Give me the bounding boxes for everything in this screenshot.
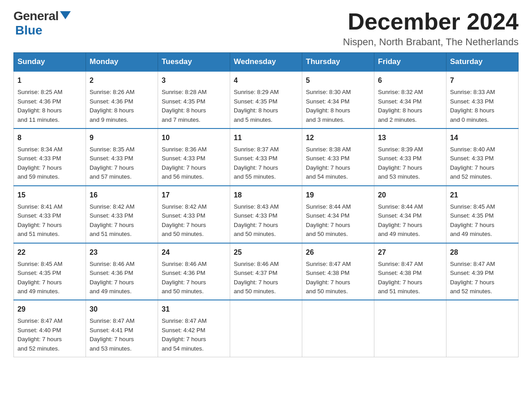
- calendar-cell: [302, 300, 374, 357]
- calendar-cell: 9 Sunrise: 8:35 AMSunset: 4:33 PMDayligh…: [86, 128, 158, 186]
- calendar-cell: 6 Sunrise: 8:32 AMSunset: 4:34 PMDayligh…: [374, 71, 446, 128]
- calendar-body: 1 Sunrise: 8:25 AMSunset: 4:36 PMDayligh…: [14, 71, 519, 357]
- calendar-cell: 14 Sunrise: 8:40 AMSunset: 4:33 PMDaylig…: [446, 128, 519, 186]
- day-number: 13: [378, 133, 442, 143]
- day-info: Sunrise: 8:46 AMSunset: 4:37 PMDaylight:…: [234, 261, 279, 295]
- logo-general-text: General: [13, 9, 59, 23]
- header: General Blue December 2024 Nispen, North…: [13, 9, 519, 48]
- calendar-header: SundayMondayTuesdayWednesdayThursdayFrid…: [14, 53, 519, 72]
- calendar-cell: 23 Sunrise: 8:46 AMSunset: 4:36 PMDaylig…: [86, 243, 158, 300]
- calendar: SundayMondayTuesdayWednesdayThursdayFrid…: [13, 52, 519, 357]
- day-number: 21: [450, 190, 515, 201]
- day-number: 12: [306, 133, 370, 143]
- calendar-cell: 25 Sunrise: 8:46 AMSunset: 4:37 PMDaylig…: [230, 243, 302, 300]
- day-info: Sunrise: 8:29 AMSunset: 4:35 PMDaylight:…: [234, 89, 279, 123]
- day-number: 23: [90, 247, 154, 258]
- day-number: 6: [378, 75, 442, 86]
- calendar-cell: 22 Sunrise: 8:45 AMSunset: 4:35 PMDaylig…: [14, 243, 86, 300]
- day-number: 11: [234, 133, 298, 143]
- day-info: Sunrise: 8:37 AMSunset: 4:33 PMDaylight:…: [234, 146, 279, 180]
- day-info: Sunrise: 8:47 AMSunset: 4:38 PMDaylight:…: [306, 261, 351, 295]
- day-number: 14: [450, 133, 515, 143]
- day-info: Sunrise: 8:47 AMSunset: 4:40 PMDaylight:…: [17, 317, 62, 351]
- calendar-cell: 11 Sunrise: 8:37 AMSunset: 4:33 PMDaylig…: [230, 128, 302, 186]
- day-info: Sunrise: 8:35 AMSunset: 4:33 PMDaylight:…: [90, 146, 134, 180]
- day-number: 26: [306, 247, 370, 258]
- day-info: Sunrise: 8:47 AMSunset: 4:39 PMDaylight:…: [450, 261, 495, 295]
- weekday-header-thursday: Thursday: [302, 53, 374, 72]
- day-number: 28: [450, 247, 515, 258]
- day-info: Sunrise: 8:32 AMSunset: 4:34 PMDaylight:…: [378, 89, 423, 123]
- calendar-week-4: 22 Sunrise: 8:45 AMSunset: 4:35 PMDaylig…: [14, 243, 519, 300]
- day-number: 17: [162, 190, 226, 201]
- calendar-cell: 13 Sunrise: 8:39 AMSunset: 4:33 PMDaylig…: [374, 128, 446, 186]
- subtitle: Nispen, North Brabant, The Netherlands: [343, 36, 519, 48]
- day-number: 2: [90, 75, 154, 86]
- day-info: Sunrise: 8:47 AMSunset: 4:42 PMDaylight:…: [162, 317, 206, 351]
- calendar-cell: 7 Sunrise: 8:33 AMSunset: 4:33 PMDayligh…: [446, 71, 519, 128]
- day-number: 4: [234, 75, 298, 86]
- page-title: December 2024: [343, 9, 519, 34]
- calendar-week-5: 29 Sunrise: 8:47 AMSunset: 4:40 PMDaylig…: [14, 300, 519, 357]
- logo: General Blue: [13, 9, 71, 38]
- logo-blue-text: Blue: [15, 23, 43, 38]
- calendar-cell: 15 Sunrise: 8:41 AMSunset: 4:33 PMDaylig…: [14, 186, 86, 243]
- calendar-cell: 31 Sunrise: 8:47 AMSunset: 4:42 PMDaylig…: [158, 300, 230, 357]
- calendar-cell: 26 Sunrise: 8:47 AMSunset: 4:38 PMDaylig…: [302, 243, 374, 300]
- day-info: Sunrise: 8:40 AMSunset: 4:33 PMDaylight:…: [450, 146, 495, 180]
- calendar-cell: 24 Sunrise: 8:46 AMSunset: 4:36 PMDaylig…: [158, 243, 230, 300]
- day-info: Sunrise: 8:45 AMSunset: 4:35 PMDaylight:…: [17, 261, 62, 295]
- weekday-header-sunday: Sunday: [14, 53, 86, 72]
- calendar-cell: 21 Sunrise: 8:45 AMSunset: 4:35 PMDaylig…: [446, 186, 519, 243]
- calendar-cell: 27 Sunrise: 8:47 AMSunset: 4:38 PMDaylig…: [374, 243, 446, 300]
- day-info: Sunrise: 8:25 AMSunset: 4:36 PMDaylight:…: [17, 89, 62, 123]
- day-number: 29: [17, 304, 82, 315]
- day-info: Sunrise: 8:33 AMSunset: 4:33 PMDaylight:…: [450, 89, 495, 123]
- day-info: Sunrise: 8:26 AMSunset: 4:36 PMDaylight:…: [90, 89, 134, 123]
- calendar-week-1: 1 Sunrise: 8:25 AMSunset: 4:36 PMDayligh…: [14, 71, 519, 128]
- day-info: Sunrise: 8:46 AMSunset: 4:36 PMDaylight:…: [162, 261, 206, 295]
- day-number: 22: [17, 247, 82, 258]
- day-number: 3: [162, 75, 226, 86]
- calendar-cell: [230, 300, 302, 357]
- day-info: Sunrise: 8:34 AMSunset: 4:33 PMDaylight:…: [17, 146, 62, 180]
- day-number: 24: [162, 247, 226, 258]
- calendar-cell: 28 Sunrise: 8:47 AMSunset: 4:39 PMDaylig…: [446, 243, 519, 300]
- calendar-cell: 16 Sunrise: 8:42 AMSunset: 4:33 PMDaylig…: [86, 186, 158, 243]
- day-number: 27: [378, 247, 442, 258]
- logo-triangle-icon: [60, 11, 71, 19]
- day-number: 31: [162, 304, 226, 315]
- day-info: Sunrise: 8:47 AMSunset: 4:38 PMDaylight:…: [378, 261, 423, 295]
- calendar-week-3: 15 Sunrise: 8:41 AMSunset: 4:33 PMDaylig…: [14, 186, 519, 243]
- calendar-cell: 1 Sunrise: 8:25 AMSunset: 4:36 PMDayligh…: [14, 71, 86, 128]
- calendar-cell: 8 Sunrise: 8:34 AMSunset: 4:33 PMDayligh…: [14, 128, 86, 186]
- day-info: Sunrise: 8:44 AMSunset: 4:34 PMDaylight:…: [378, 203, 423, 237]
- calendar-cell: 3 Sunrise: 8:28 AMSunset: 4:35 PMDayligh…: [158, 71, 230, 128]
- day-info: Sunrise: 8:42 AMSunset: 4:33 PMDaylight:…: [162, 203, 206, 237]
- calendar-week-2: 8 Sunrise: 8:34 AMSunset: 4:33 PMDayligh…: [14, 128, 519, 186]
- day-info: Sunrise: 8:38 AMSunset: 4:33 PMDaylight:…: [306, 146, 351, 180]
- day-number: 20: [378, 190, 442, 201]
- day-number: 10: [162, 133, 226, 143]
- day-info: Sunrise: 8:47 AMSunset: 4:41 PMDaylight:…: [90, 317, 134, 351]
- calendar-cell: 20 Sunrise: 8:44 AMSunset: 4:34 PMDaylig…: [374, 186, 446, 243]
- day-number: 15: [17, 190, 82, 201]
- calendar-cell: 5 Sunrise: 8:30 AMSunset: 4:34 PMDayligh…: [302, 71, 374, 128]
- calendar-cell: 4 Sunrise: 8:29 AMSunset: 4:35 PMDayligh…: [230, 71, 302, 128]
- day-info: Sunrise: 8:43 AMSunset: 4:33 PMDaylight:…: [234, 203, 279, 237]
- title-area: December 2024 Nispen, North Brabant, The…: [343, 9, 519, 48]
- day-info: Sunrise: 8:28 AMSunset: 4:35 PMDaylight:…: [162, 89, 206, 123]
- calendar-cell: 2 Sunrise: 8:26 AMSunset: 4:36 PMDayligh…: [86, 71, 158, 128]
- weekday-header-wednesday: Wednesday: [230, 53, 302, 72]
- calendar-cell: [374, 300, 446, 357]
- calendar-cell: 30 Sunrise: 8:47 AMSunset: 4:41 PMDaylig…: [86, 300, 158, 357]
- day-info: Sunrise: 8:41 AMSunset: 4:33 PMDaylight:…: [17, 203, 62, 237]
- day-number: 25: [234, 247, 298, 258]
- day-number: 9: [90, 133, 154, 143]
- day-info: Sunrise: 8:45 AMSunset: 4:35 PMDaylight:…: [450, 203, 495, 237]
- calendar-cell: 10 Sunrise: 8:36 AMSunset: 4:33 PMDaylig…: [158, 128, 230, 186]
- weekday-header-friday: Friday: [374, 53, 446, 72]
- calendar-cell: 18 Sunrise: 8:43 AMSunset: 4:33 PMDaylig…: [230, 186, 302, 243]
- calendar-cell: [446, 300, 519, 357]
- day-info: Sunrise: 8:42 AMSunset: 4:33 PMDaylight:…: [90, 203, 134, 237]
